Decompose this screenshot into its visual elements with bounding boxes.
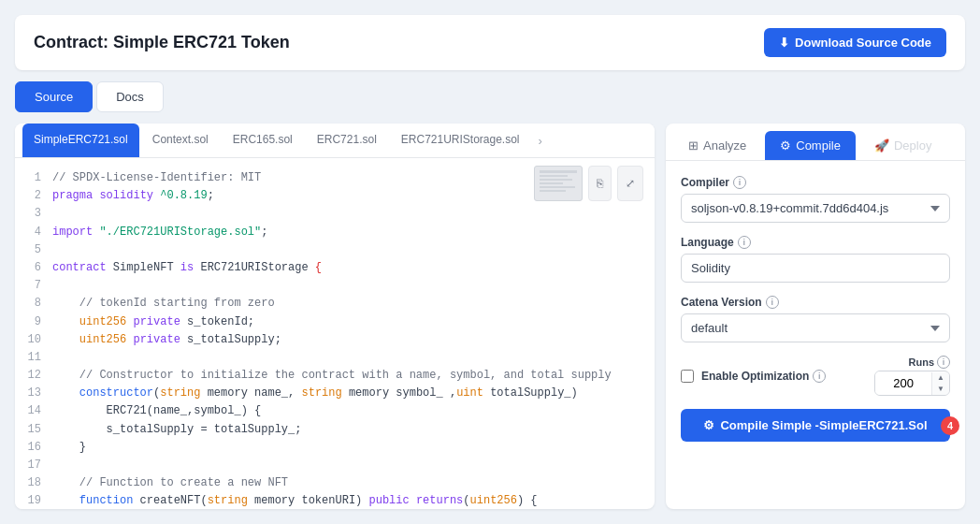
runs-input-wrapper: ▲ ▼ (874, 371, 950, 396)
right-panel: ⊞ Analyze ⚙ Compile 🚀 Deploy Compiler (666, 124, 965, 509)
svg-rect-0 (540, 170, 577, 173)
compile-button-wrapper: ⚙ Compile Simple -SimpleERC721.Sol 4 (681, 409, 950, 442)
tab-docs[interactable]: Docs (96, 81, 164, 112)
language-label: Language i (681, 236, 950, 249)
svg-rect-4 (540, 186, 575, 188)
page-title: Contract: Simple ERC721 Token (34, 33, 290, 52)
tab-deploy: 🚀 Deploy (859, 131, 946, 160)
language-field-group: Language i (681, 236, 950, 283)
optimization-info-icon[interactable]: i (813, 370, 826, 383)
tab-analyze[interactable]: ⊞ Analyze (673, 131, 761, 160)
runs-arrows: ▲ ▼ (931, 372, 949, 395)
code-toolbar: ⎘ ⤢ (534, 166, 643, 201)
main-tabs: Source Docs (15, 81, 965, 112)
optimization-label: Enable Optimization i (701, 370, 826, 383)
runs-label: Runs i (909, 356, 951, 369)
language-info-icon[interactable]: i (738, 236, 751, 249)
deploy-label: Deploy (894, 138, 931, 153)
compile-gear-icon: ⚙ (780, 138, 791, 153)
svg-rect-1 (540, 175, 568, 177)
optimization-row: Enable Optimization i Runs i ▲ (681, 356, 950, 396)
code-editor: 1234567891011121314151617181920212223 //… (15, 158, 655, 509)
code-panel: SimpleERC721.sol Context.sol ERC165.sol … (15, 124, 655, 509)
file-tab-erc165[interactable]: ERC165.sol (222, 124, 304, 157)
copy-code-button[interactable]: ⎘ (588, 166, 612, 201)
main-container: Contract: Simple ERC721 Token ⬇ Download… (0, 0, 980, 524)
code-content[interactable]: // SPDX-License-Identifier: MIT pragma s… (49, 158, 655, 509)
runs-info-icon[interactable]: i (937, 356, 950, 369)
header: Contract: Simple ERC721 Token ⬇ Download… (15, 15, 965, 70)
deploy-icon: 🚀 (874, 138, 889, 153)
language-input[interactable] (681, 254, 950, 283)
runs-down-arrow[interactable]: ▼ (932, 384, 949, 395)
catena-info-icon[interactable]: i (766, 296, 779, 309)
tab-source[interactable]: Source (15, 81, 93, 112)
file-tab-erc721[interactable]: ERC721.sol (306, 124, 388, 157)
code-thumbnail (534, 166, 583, 201)
file-tabs-arrow[interactable]: › (533, 126, 548, 155)
line-numbers: 1234567891011121314151617181920212223 (15, 158, 49, 509)
file-tab-simpleerc721[interactable]: SimpleERC721.sol (22, 124, 139, 157)
analyze-icon: ⊞ (688, 138, 699, 153)
file-tabs: SimpleERC721.sol Context.sol ERC165.sol … (15, 124, 655, 158)
tab-compile[interactable]: ⚙ Compile (765, 131, 856, 160)
right-panel-tabs: ⊞ Analyze ⚙ Compile 🚀 Deploy (666, 124, 965, 161)
catena-version-select[interactable]: default (681, 313, 950, 342)
compile-label: Compile (796, 138, 841, 153)
file-tab-erc721uristorage[interactable]: ERC721URIStorage.sol (390, 124, 531, 157)
analyze-label: Analyze (703, 138, 746, 153)
optimization-checkbox[interactable] (681, 370, 694, 383)
download-source-button[interactable]: ⬇ Download Source Code (764, 28, 946, 57)
file-tab-context[interactable]: Context.sol (141, 124, 220, 157)
download-icon: ⬇ (779, 36, 789, 50)
compile-button[interactable]: ⚙ Compile Simple -SimpleERC721.Sol (681, 409, 950, 442)
catena-version-label: Catena Version i (681, 296, 950, 309)
content-area: SimpleERC721.sol Context.sol ERC165.sol … (15, 124, 965, 509)
optimization-left: Enable Optimization i (681, 370, 826, 383)
runs-group: Runs i ▲ ▼ (874, 356, 950, 396)
download-button-label: Download Source Code (795, 36, 931, 50)
svg-rect-3 (540, 182, 563, 184)
compile-button-label: Compile Simple -SimpleERC721.Sol (720, 418, 927, 432)
svg-rect-2 (540, 179, 572, 181)
runs-input[interactable] (875, 371, 931, 395)
compile-badge: 4 (941, 416, 959, 435)
compiler-field-group: Compiler i soljson-v0.8.19+commit.7dd6d4… (681, 176, 950, 223)
compile-button-icon: ⚙ (703, 418, 714, 432)
compiler-select[interactable]: soljson-v0.8.19+commit.7dd6d404.js (681, 194, 950, 223)
catena-version-field-group: Catena Version i default (681, 296, 950, 342)
runs-up-arrow[interactable]: ▲ (932, 372, 949, 384)
compiler-label: Compiler i (681, 176, 950, 189)
right-panel-body: Compiler i soljson-v0.8.19+commit.7dd6d4… (666, 161, 965, 509)
compiler-info-icon[interactable]: i (733, 176, 746, 189)
svg-rect-5 (540, 190, 566, 192)
expand-code-button[interactable]: ⤢ (617, 166, 643, 201)
